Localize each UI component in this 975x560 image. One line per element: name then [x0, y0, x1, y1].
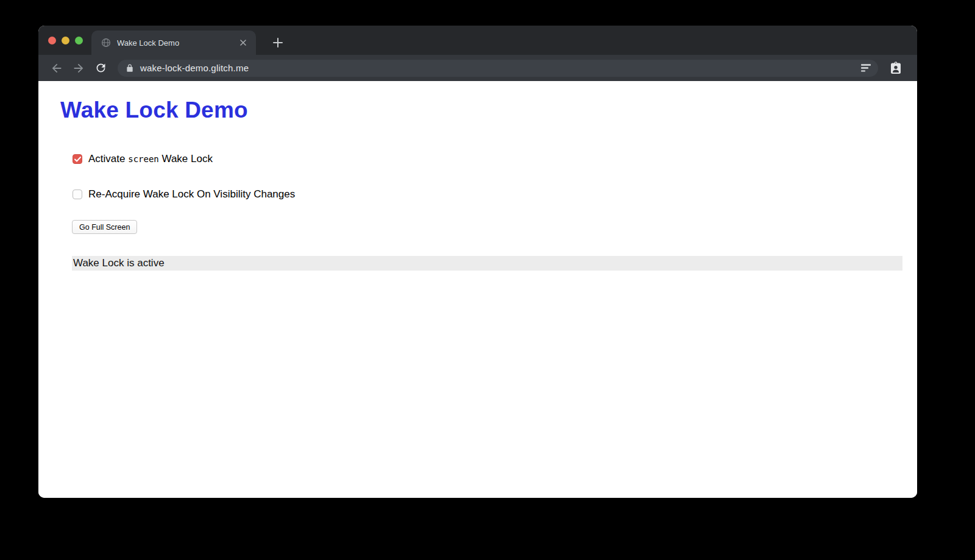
reacquire-wake-lock-checkbox[interactable] [73, 190, 82, 199]
tab-favicon-globe-icon [101, 38, 111, 48]
label-suffix: Wake Lock [159, 153, 213, 165]
address-bar[interactable]: wake-lock-demo.glitch.me [118, 60, 878, 77]
label-code-screen: screen [128, 154, 159, 164]
reacquire-wake-lock-label[interactable]: Re-Acquire Wake Lock On Visibility Chang… [88, 188, 295, 200]
go-full-screen-button[interactable]: Go Full Screen [72, 220, 137, 234]
wake-lock-status-bar: Wake Lock is active [72, 256, 902, 271]
activate-wake-lock-row: Activate screen Wake Lock [73, 151, 213, 167]
activate-wake-lock-label[interactable]: Activate screen Wake Lock [88, 153, 213, 165]
back-arrow-icon[interactable] [48, 60, 65, 77]
label-prefix: Activate [88, 153, 128, 165]
tab-title: Wake Lock Demo [117, 38, 236, 48]
reading-list-lines-icon[interactable] [861, 64, 871, 72]
profile-badge-icon[interactable] [887, 59, 905, 77]
zoom-window-button[interactable] [75, 37, 83, 44]
browser-toolbar: wake-lock-demo.glitch.me [38, 55, 917, 81]
url-text: wake-lock-demo.glitch.me [140, 63, 249, 73]
minimize-window-button[interactable] [62, 37, 69, 44]
screenshot-stage: Wake Lock Demo [0, 0, 975, 560]
refresh-icon[interactable] [92, 60, 109, 77]
tab-strip: Wake Lock Demo [38, 26, 917, 55]
activate-wake-lock-checkbox[interactable] [73, 154, 82, 164]
close-window-button[interactable] [48, 37, 56, 44]
forward-arrow-icon[interactable] [70, 60, 87, 77]
browser-window: Wake Lock Demo [38, 26, 917, 498]
traffic-lights [48, 26, 83, 55]
checkmark-icon [74, 157, 81, 162]
new-tab-plus-icon[interactable] [265, 30, 291, 55]
page-title: Wake Lock Demo [60, 97, 248, 124]
page-content: Wake Lock Demo Activate screen Wake Lock… [38, 81, 917, 498]
tab-wake-lock-demo[interactable]: Wake Lock Demo [91, 30, 256, 55]
reacquire-wake-lock-row: Re-Acquire Wake Lock On Visibility Chang… [73, 186, 295, 202]
tab-close-icon[interactable] [236, 36, 250, 49]
lock-icon[interactable] [126, 64, 134, 73]
